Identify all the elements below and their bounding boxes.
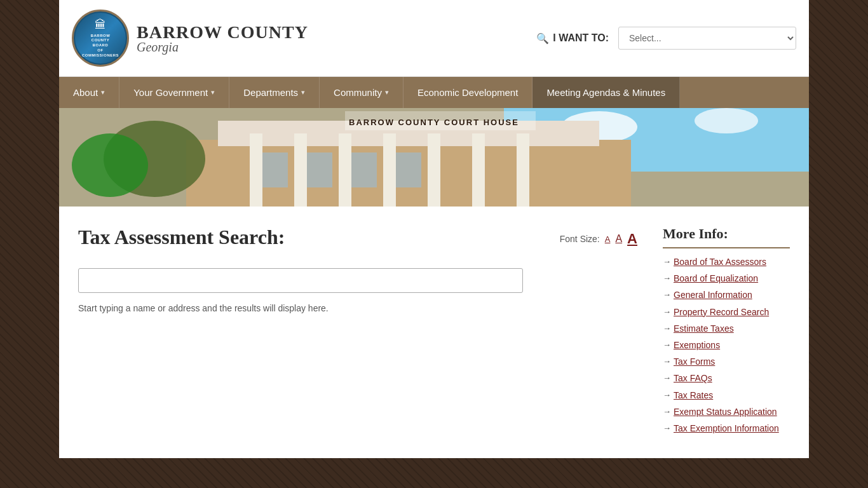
arrow-icon: → (663, 323, 671, 333)
sidebar-link-estimate-taxes[interactable]: Estimate Taxes (674, 323, 734, 334)
search-hint-text: Start typing a name or address and the r… (78, 303, 637, 313)
nav-bar: About ▾ Your Government ▾ Departments ▾ … (59, 77, 809, 108)
list-item: → Tax Rates (663, 390, 790, 401)
page-title: Tax Assessment Search: (78, 226, 285, 249)
sidebar-link-tax-rates[interactable]: Tax Rates (674, 390, 713, 401)
content-left: Tax Assessment Search: Font Size: A A A … (78, 226, 637, 439)
departments-chevron-icon: ▾ (301, 88, 305, 97)
list-item: → Exemptions (663, 339, 790, 351)
tax-search-input[interactable] (78, 268, 523, 293)
hero-courthouse-text: BARROW COUNTY COURT HOUSE (349, 118, 519, 127)
header: 🏛 BARROWCOUNTYBOARDOFCOMMISSIONERS BARRO… (59, 0, 809, 77)
sidebar-link-property-record[interactable]: Property Record Search (674, 306, 769, 318)
sidebar-link-tax-faqs[interactable]: Tax FAQs (674, 372, 712, 384)
your-government-chevron-icon: ▾ (211, 88, 215, 97)
font-size-control: Font Size: A A A (560, 231, 637, 247)
more-info-title: More Info: (663, 226, 790, 248)
list-item: → Board of Equalization (663, 273, 790, 284)
i-want-to-select[interactable]: Select... Pay my taxes Find a form Conta… (618, 27, 796, 50)
list-item: → Estimate Taxes (663, 323, 790, 334)
sidebar-link-exemptions[interactable]: Exemptions (674, 339, 720, 351)
search-icon: 🔍 (536, 32, 549, 44)
i-want-to-label: 🔍 I WANT TO: (536, 32, 609, 44)
logo-building-icon: 🏛 (95, 18, 106, 32)
sidebar-link-board-tax-assessors[interactable]: Board of Tax Assessors (674, 256, 766, 268)
font-size-label: Font Size: (560, 234, 600, 244)
header-right: 🔍 I WANT TO: Select... Pay my taxes Find… (536, 27, 796, 50)
arrow-icon: → (663, 257, 671, 266)
nav-item-about[interactable]: About ▾ (59, 77, 119, 108)
community-chevron-icon: ▾ (385, 88, 389, 97)
nav-item-meeting-agendas[interactable]: Meeting Agendas & Minutes (532, 77, 680, 108)
arrow-icon: → (663, 340, 671, 349)
arrow-icon: → (663, 390, 671, 400)
font-size-small-button[interactable]: A (605, 234, 611, 244)
sidebar-link-board-equalization[interactable]: Board of Equalization (674, 273, 758, 284)
list-item: → Property Record Search (663, 306, 790, 318)
sidebar-link-tax-forms[interactable]: Tax Forms (674, 356, 715, 367)
sidebar-link-general-info[interactable]: General Information (674, 289, 752, 301)
arrow-icon: → (663, 290, 671, 299)
logo-inner: 🏛 BARROWCOUNTYBOARDOFCOMMISSIONERS (75, 13, 126, 64)
list-item: → Tax Exemption Information (663, 423, 790, 434)
main-content: Tax Assessment Search: Font Size: A A A … (59, 207, 809, 458)
nav-item-economic-development[interactable]: Economic Development (403, 77, 532, 108)
font-size-large-button[interactable]: A (627, 231, 637, 247)
arrow-icon: → (663, 407, 671, 416)
list-item: → Exempt Status Application (663, 406, 790, 417)
page-wrapper: 🏛 BARROWCOUNTYBOARDOFCOMMISSIONERS BARRO… (59, 0, 809, 458)
arrow-icon: → (663, 373, 671, 383)
nav-item-community[interactable]: Community ▾ (320, 77, 403, 108)
nav-item-departments[interactable]: Departments ▾ (229, 77, 320, 108)
nav-item-your-government[interactable]: Your Government ▾ (119, 77, 229, 108)
site-title: BARROW COUNTY Georgia (137, 22, 308, 55)
sidebar: More Info: → Board of Tax Assessors → Bo… (663, 226, 790, 439)
seal-text: BARROWCOUNTYBOARDOFCOMMISSIONERS (82, 34, 119, 58)
list-item: → Tax FAQs (663, 372, 790, 384)
site-title-sub: Georgia (137, 40, 308, 55)
arrow-icon: → (663, 307, 671, 316)
list-item: → Tax Forms (663, 356, 790, 367)
logo-seal: 🏛 BARROWCOUNTYBOARDOFCOMMISSIONERS (72, 10, 129, 67)
sidebar-link-tax-exemption-info[interactable]: Tax Exemption Information (674, 423, 779, 434)
arrow-icon: → (663, 356, 671, 366)
about-chevron-icon: ▾ (101, 88, 105, 97)
list-item: → General Information (663, 289, 790, 301)
sidebar-link-exempt-status[interactable]: Exempt Status Application (674, 406, 777, 417)
hero-image: BARROW COUNTY COURT HOUSE (59, 108, 809, 207)
list-item: → Board of Tax Assessors (663, 256, 790, 268)
arrow-icon: → (663, 423, 671, 433)
arrow-icon: → (663, 273, 671, 283)
logo-area: 🏛 BARROWCOUNTYBOARDOFCOMMISSIONERS BARRO… (72, 10, 308, 67)
font-size-medium-button[interactable]: A (615, 233, 622, 245)
page-title-row: Tax Assessment Search: Font Size: A A A (78, 226, 637, 249)
